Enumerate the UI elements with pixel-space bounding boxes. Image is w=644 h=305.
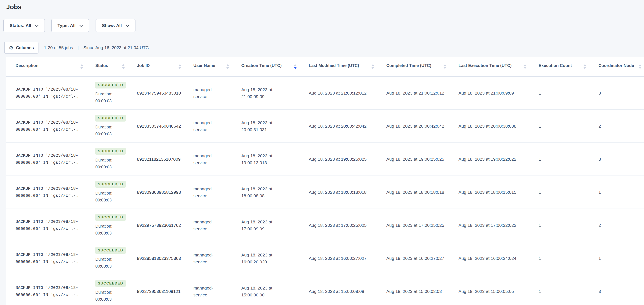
columns-button[interactable]: ⚙ Columns (4, 42, 38, 54)
column-header[interactable]: Creation Time (UTC) (241, 57, 309, 77)
status-cell: SUCCEEDED Duration: 00:00:03 (95, 275, 137, 305)
sort-desc-icon[interactable] (294, 67, 297, 69)
column-header[interactable]: User Name (194, 57, 241, 77)
table-row: BACKUP INTO '/2023/08/18- 000000.00' IN … (6, 209, 644, 242)
sort-asc-icon[interactable] (524, 64, 526, 66)
column-header[interactable]: Execution Count (538, 57, 598, 77)
duration-text: Duration: 00:00:03 (95, 124, 128, 137)
coordinator-node-cell: 1 (598, 176, 644, 209)
duration-text: Duration: 00:00:03 (95, 157, 128, 170)
sort-icons[interactable] (80, 64, 83, 69)
column-header[interactable]: Last Execution Time (UTC) (458, 57, 538, 77)
column-header[interactable]: Job ID (137, 57, 194, 77)
job-description: BACKUP INTO '/2023/08/18- 000000.00' IN … (16, 218, 87, 232)
sort-desc-icon[interactable] (638, 67, 642, 69)
table-row: BACKUP INTO '/2023/08/18- 000000.00' IN … (6, 143, 644, 176)
type-filter-dropdown[interactable]: Type: All (51, 19, 89, 32)
status-badge: SUCCEEDED (95, 82, 126, 89)
description-cell: BACKUP INTO '/2023/08/18- 000000.00' IN … (6, 143, 95, 176)
column-header-label[interactable]: Job ID (137, 63, 150, 70)
sort-asc-icon[interactable] (178, 64, 181, 66)
table-row: BACKUP INTO '/2023/08/18- 000000.00' IN … (6, 77, 644, 110)
sort-icons[interactable] (524, 64, 526, 69)
sort-desc-icon[interactable] (178, 67, 181, 69)
job-id-cell: 892297573923061762 (137, 209, 194, 242)
completed-time-cell: Aug 18, 2023 at 16:00:27:027 (386, 242, 458, 275)
column-header[interactable]: Coordinator Node (598, 57, 644, 77)
sort-asc-icon[interactable] (226, 64, 229, 66)
last-modified-time-cell: Aug 18, 2023 at 20:00:42:042 (309, 110, 386, 143)
creation-time-cell: Aug 18, 2023 at 18:00:08:08 (241, 176, 309, 209)
description-cell: BACKUP INTO '/2023/08/18- 000000.00' IN … (6, 242, 95, 275)
coordinator-node-cell: 3 (598, 143, 644, 176)
status-cell: SUCCEEDED Duration: 00:00:03 (95, 242, 137, 275)
sort-desc-icon[interactable] (80, 67, 83, 69)
sort-desc-icon[interactable] (583, 67, 586, 69)
sort-icons[interactable] (371, 64, 374, 69)
column-header-label[interactable]: Description (16, 63, 38, 70)
sort-icons[interactable] (583, 64, 586, 69)
column-header-label[interactable]: Status (95, 63, 108, 70)
sort-desc-icon[interactable] (371, 67, 374, 69)
last-modified-time-cell: Aug 18, 2023 at 16:00:27:027 (309, 242, 386, 275)
column-header-label[interactable]: Completed Time (UTC) (386, 63, 431, 70)
sort-asc-icon[interactable] (371, 64, 374, 66)
sort-asc-icon[interactable] (444, 64, 446, 66)
status-badge: SUCCEEDED (95, 247, 126, 254)
sort-desc-icon[interactable] (524, 67, 526, 69)
column-header[interactable]: Completed Time (UTC) (386, 57, 458, 77)
sort-icons[interactable] (178, 64, 181, 69)
description-cell: BACKUP INTO '/2023/08/18- 000000.00' IN … (6, 110, 95, 143)
duration-text: Duration: 00:00:03 (95, 190, 128, 204)
sort-icons[interactable] (226, 64, 229, 69)
job-id-cell: 892273953631109121 (137, 275, 194, 305)
column-header[interactable]: Last Modified Time (UTC) (309, 57, 386, 77)
sort-icons[interactable] (122, 64, 125, 69)
column-header-label[interactable]: Execution Count (538, 63, 572, 70)
coordinator-node-cell: 3 (598, 77, 644, 110)
last-modified-time-cell: Aug 18, 2023 at 19:00:25:025 (309, 143, 386, 176)
description-cell: BACKUP INTO '/2023/08/18- 000000.00' IN … (6, 176, 95, 209)
sort-desc-icon[interactable] (444, 67, 446, 69)
creation-time-cell: Aug 18, 2023 at 19:00:13:013 (241, 143, 309, 176)
execution-count-cell: 1 (538, 110, 598, 143)
summary-separator: | (78, 45, 79, 50)
page-title: Jobs (6, 3, 22, 11)
sort-icons[interactable] (444, 64, 446, 69)
last-modified-time-cell: Aug 18, 2023 at 15:00:08:08 (309, 275, 386, 305)
column-header-label[interactable]: Last Modified Time (UTC) (309, 63, 359, 70)
sort-asc-icon[interactable] (122, 64, 125, 66)
status-filter-dropdown[interactable]: Status: All (3, 19, 45, 32)
last-execution-time-cell: Aug 18, 2023 at 18:00:15:015 (458, 176, 538, 209)
column-header-label[interactable]: Last Execution Time (UTC) (458, 63, 512, 70)
sort-asc-icon[interactable] (583, 64, 586, 66)
description-cell: BACKUP INTO '/2023/08/18- 000000.00' IN … (6, 275, 95, 305)
execution-count-cell: 1 (538, 143, 598, 176)
sort-asc-icon[interactable] (80, 64, 83, 66)
columns-button-label: Columns (16, 45, 34, 50)
execution-count-cell: 1 (538, 77, 598, 110)
column-header-label[interactable]: Creation Time (UTC) (241, 63, 282, 70)
status-cell: SUCCEEDED Duration: 00:00:03 (95, 110, 137, 143)
completed-time-cell: Aug 18, 2023 at 15:00:08:08 (386, 275, 458, 305)
last-execution-time-cell: Aug 18, 2023 at 19:00:22:022 (458, 143, 538, 176)
sort-asc-icon[interactable] (294, 64, 297, 66)
chevron-down-icon (79, 25, 83, 27)
column-header-label[interactable]: User Name (194, 63, 215, 70)
sort-asc-icon[interactable] (638, 64, 642, 66)
job-id-cell: 892285813023375363 (137, 242, 194, 275)
execution-count-cell: 1 (538, 176, 598, 209)
show-filter-dropdown[interactable]: Show: All (96, 19, 136, 32)
completed-time-cell: Aug 18, 2023 at 21:00:12:012 (386, 77, 458, 110)
job-id-cell: 892344759453483010 (137, 77, 194, 110)
column-header[interactable]: Status (95, 57, 137, 77)
user-name-cell: managed-service (194, 275, 241, 305)
sort-desc-icon[interactable] (226, 67, 229, 69)
column-header-label[interactable]: Coordinator Node (598, 63, 634, 70)
completed-time-cell: Aug 18, 2023 at 18:00:18:018 (386, 176, 458, 209)
sort-icons[interactable] (294, 64, 297, 69)
creation-time-cell: Aug 18, 2023 at 20:00:31:031 (241, 110, 309, 143)
sort-icons[interactable] (638, 64, 642, 69)
sort-desc-icon[interactable] (122, 67, 125, 69)
column-header[interactable]: Description (6, 57, 95, 77)
